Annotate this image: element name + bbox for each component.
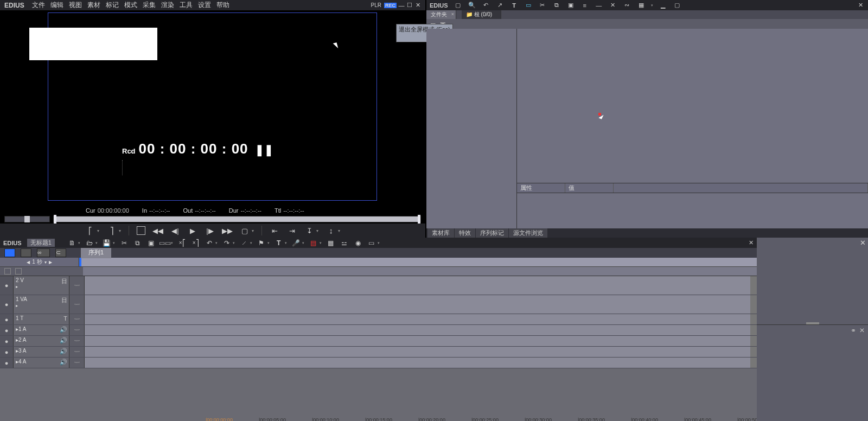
menu-capture[interactable]: 采集 <box>143 1 156 10</box>
track-lock[interactable]: 〰 <box>69 358 85 368</box>
close-button[interactable]: ✕ <box>414 2 421 9</box>
shuttle-slider[interactable] <box>4 216 50 222</box>
bin-tree[interactable] <box>426 29 517 228</box>
track-lock[interactable]: 〰 <box>69 336 85 346</box>
track-header[interactable]: ▸4 A🔊 <box>14 358 69 368</box>
zoom-in-icon[interactable]: ▶ <box>49 260 52 265</box>
delete-in-icon[interactable]: ×⎡ <box>178 239 187 247</box>
cut-icon[interactable]: ✂ <box>120 239 129 247</box>
maximize-button[interactable]: ☐ <box>406 2 413 9</box>
menu-tools[interactable]: 工具 <box>180 1 193 10</box>
folder-icon[interactable]: ▢ <box>454 1 462 10</box>
track-lane[interactable] <box>85 347 750 357</box>
title-icon[interactable]: T <box>510 1 519 10</box>
export-icon[interactable]: ↗ <box>496 1 505 10</box>
project-name[interactable]: 无标题1 <box>27 239 55 247</box>
flag-icon[interactable]: ⚑ <box>257 239 266 247</box>
mixer-icon[interactable]: ⚍ <box>340 239 349 247</box>
track-toggle-icon[interactable]: T <box>63 315 67 322</box>
track-toggle-icon[interactable]: 日 <box>61 296 67 304</box>
remove-icon[interactable]: — <box>595 1 603 10</box>
track-lock[interactable]: 〰 <box>69 325 85 335</box>
track-patch[interactable]: ● <box>0 314 14 324</box>
track-toggle-icon[interactable]: 🔊 <box>60 337 67 344</box>
monitor-icon[interactable]: ◉ <box>354 239 362 247</box>
expand-icon[interactable]: ▸ <box>16 284 18 289</box>
bin-close-button[interactable]: ✕ <box>856 1 865 10</box>
folder-tab[interactable]: 文件夹× <box>426 10 456 19</box>
position-bar[interactable] <box>53 216 421 222</box>
mic-icon[interactable]: 🎤 <box>292 239 301 247</box>
tab-seq-markers[interactable]: 序列标记 <box>476 228 508 238</box>
scale-bar[interactable] <box>79 258 757 266</box>
menu-help[interactable]: 帮助 <box>216 1 229 10</box>
title-t-icon[interactable]: T <box>275 239 283 247</box>
rewind-button[interactable]: ◀◀ <box>153 226 163 235</box>
menu-mode[interactable]: 模式 <box>124 1 137 10</box>
track-lock[interactable]: 〰 <box>69 276 85 295</box>
track-patch[interactable]: ● <box>0 336 14 346</box>
track-header[interactable]: ▸2 A🔊 <box>14 336 69 346</box>
track-scrollbar[interactable] <box>750 347 757 357</box>
track-header[interactable]: ▸1 A🔊 <box>14 325 69 335</box>
color-icon[interactable]: ▤ <box>309 239 318 247</box>
menu-clip[interactable]: 素材 <box>87 1 100 10</box>
menu-file[interactable]: 文件 <box>32 1 45 10</box>
output-icon[interactable]: ▭ <box>367 239 376 247</box>
link-icon[interactable]: ∾ <box>623 1 631 10</box>
mode-normal[interactable] <box>4 248 15 257</box>
track-patch[interactable]: ● <box>0 276 14 295</box>
tab-library[interactable]: 素材库 <box>427 228 454 238</box>
track-toggle-icon[interactable]: 🔊 <box>60 359 67 366</box>
dock-max-icon[interactable]: ▢ <box>673 1 681 10</box>
zoom-out-icon[interactable]: ◀ <box>27 260 30 265</box>
set-in-button[interactable]: ⎡ <box>85 226 95 235</box>
track-lane[interactable] <box>85 314 750 324</box>
tab-source-browse[interactable]: 源文件浏览 <box>509 228 547 238</box>
track-header[interactable]: 1 TT <box>14 314 69 324</box>
track-patch[interactable]: ● <box>0 325 14 335</box>
mode-trim[interactable] <box>21 248 31 257</box>
track-patch[interactable]: ● <box>0 295 14 314</box>
track-lane[interactable] <box>85 325 750 335</box>
program-monitor[interactable]: Rcd 00 : 00 : 00 : 00 ❚❚ <box>0 10 425 206</box>
menu-edit[interactable]: 编辑 <box>50 1 63 10</box>
cur-value[interactable]: 00:00:00:00 <box>98 207 129 214</box>
step-fwd-button[interactable]: |▶ <box>205 226 215 235</box>
redo-icon[interactable]: ↷ <box>222 239 231 247</box>
info-preview[interactable] <box>757 238 868 325</box>
save-icon[interactable]: 💾 <box>103 239 111 247</box>
razor-icon[interactable]: ⟋ <box>240 239 248 247</box>
close-small-icon[interactable]: ✕ <box>859 327 865 334</box>
prev-edit-button[interactable]: ⇤ <box>270 226 279 235</box>
paste-icon[interactable]: ▣ <box>566 1 575 10</box>
delete-icon[interactable]: ✕ <box>609 1 617 10</box>
track-lane[interactable] <box>85 276 750 295</box>
track-scrollbar[interactable] <box>750 276 757 295</box>
tab-effects[interactable]: 特效 <box>455 228 475 238</box>
loop-button[interactable]: ▢ <box>240 226 250 235</box>
new-seq-icon[interactable]: 🗎 <box>68 239 76 247</box>
ruler-btn-1[interactable] <box>4 268 11 275</box>
menu-view[interactable]: 视图 <box>69 1 82 10</box>
overwrite-button[interactable]: ↨ <box>326 226 336 235</box>
time-ruler[interactable]: |00:00:00:00|00:00:05:00|00:00:10:00|00:… <box>0 266 757 276</box>
play-button[interactable]: ▶ <box>188 226 197 235</box>
grid-icon[interactable]: ▦ <box>327 239 335 247</box>
track-toggle-icon[interactable]: 日 <box>61 277 67 285</box>
mode-link[interactable]: ∞ <box>37 248 50 257</box>
marquee-icon[interactable]: ▭ <box>524 1 533 10</box>
track-header[interactable]: 1 VA日▸ <box>14 295 69 314</box>
ruler-btn-2[interactable] <box>15 268 22 275</box>
track-toggle-icon[interactable]: 🔊 <box>60 326 67 333</box>
link-icon[interactable]: ⚭ <box>851 327 856 334</box>
track-lock[interactable]: 〰 <box>69 347 85 357</box>
track-header[interactable]: 2 V日▸ <box>14 276 69 295</box>
value-col[interactable]: 值 <box>565 183 614 193</box>
menu-settings[interactable]: 设置 <box>198 1 211 10</box>
track-header[interactable]: ▸3 A🔊 <box>14 347 69 357</box>
track-patch[interactable]: ● <box>0 358 14 368</box>
out-value[interactable]: --:--:--:-- <box>195 207 215 214</box>
align-icon[interactable]: ≡ <box>580 1 589 10</box>
fast-fwd-button[interactable]: ▶▶ <box>222 226 232 235</box>
